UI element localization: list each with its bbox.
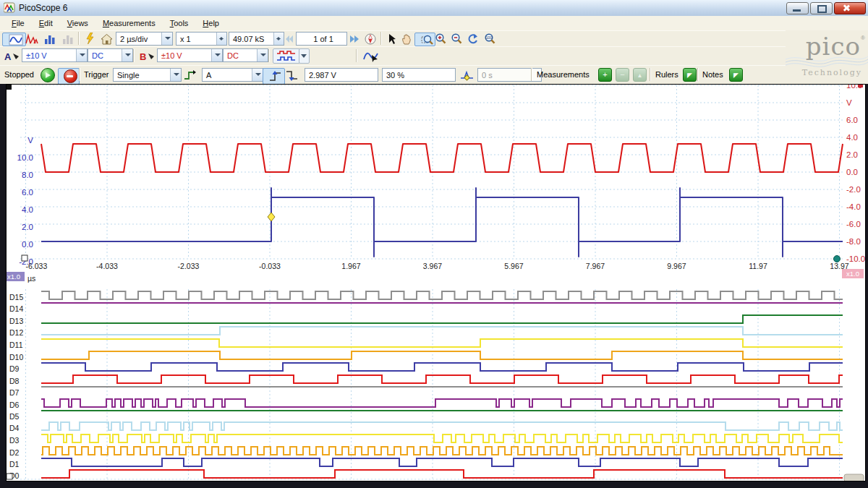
menu-measurements[interactable]: Measurements [95, 17, 163, 29]
zoom-100-button[interactable]: 100 [482, 31, 501, 46]
digital-channel-label-D2: D2 [9, 448, 20, 457]
scope-plot-area[interactable]: D15D14D13D12D11D10D9D8D7D6D5D4D3D2D1D0V1… [6, 84, 866, 481]
x-axis-tick-label: -2.033 [178, 262, 200, 270]
raise-measurements-button[interactable]: ▲ [633, 68, 647, 82]
channel-a-range-select[interactable]: ±10 V [22, 48, 88, 62]
sample-count-spinner[interactable]: 49.07 kS [229, 32, 284, 46]
channel-b-options-icon[interactable] [148, 53, 155, 60]
trigger-threshold-input[interactable]: 2.987 V [305, 68, 378, 82]
zoom-in-tool-button[interactable] [433, 31, 448, 46]
digital-inputs-dropdown[interactable] [299, 48, 310, 64]
digital-channel-label-D8: D8 [9, 377, 20, 385]
double-right-arrow-icon [349, 35, 359, 43]
trigger-source-select[interactable]: A [202, 68, 263, 82]
restore-button[interactable] [810, 2, 833, 14]
menu-help[interactable]: Help [195, 17, 226, 29]
go-button[interactable] [41, 68, 55, 82]
plus-icon: + [603, 70, 607, 79]
spectrum-view-icon [25, 33, 38, 45]
digital-channel-label-D5: D5 [9, 412, 20, 421]
right-axis-label: 0.0 [846, 168, 858, 176]
trigger-delay-button[interactable] [457, 67, 476, 83]
auto-setup-button[interactable] [81, 31, 98, 46]
x-axis-tick-label: 1.967 [341, 262, 360, 270]
buffer-previous-button[interactable] [284, 31, 295, 46]
measurements-label: Measurements [537, 70, 590, 79]
menu-views[interactable]: Views [60, 17, 95, 29]
pan-tool-button[interactable] [399, 31, 414, 46]
add-measurement-button[interactable]: + [598, 68, 612, 82]
channel-b-range-select[interactable]: ±10 V [157, 48, 223, 62]
channel-a-coupling-select[interactable]: DC [88, 48, 133, 62]
notes-button[interactable]: ◤ [729, 68, 743, 82]
close-button[interactable] [834, 2, 866, 14]
persistence-mode-icon [44, 33, 56, 45]
double-left-arrow-icon [285, 35, 294, 43]
trigger-mode-select[interactable]: Single [113, 68, 182, 82]
buffer-position-field[interactable]: 1 of 1 [296, 32, 347, 46]
zoom-out-tool-button[interactable] [448, 31, 464, 46]
persistence-options-button[interactable] [59, 31, 77, 46]
channel-b-coupling-select[interactable]: DC [223, 48, 268, 62]
spinner-arrows-icon[interactable] [273, 33, 284, 45]
chevron-down-icon[interactable] [252, 69, 263, 81]
chevron-down-icon[interactable] [257, 49, 268, 61]
minimize-button[interactable] [786, 2, 809, 14]
edge-trigger-icon [184, 69, 197, 81]
spectrum-view-button[interactable] [22, 31, 41, 46]
waveform-canvas[interactable]: D15D14D13D12D11D10D9D8D7D6D5D4D3D2D1D0V1… [6, 84, 866, 481]
home-icon [101, 33, 113, 45]
channel-b-range-value: ±10 V [161, 51, 194, 60]
menu-tools[interactable]: Tools [163, 17, 196, 29]
left-axis-label: 6.0 [22, 188, 33, 197]
buffer-navigator-button[interactable] [362, 31, 378, 46]
corner-tab[interactable] [844, 474, 864, 481]
digital-channel-label-D11: D11 [9, 341, 23, 349]
pre-trigger-input[interactable]: 30 % [382, 68, 456, 82]
remove-measurement-button[interactable]: − [616, 68, 629, 82]
stop-button[interactable] [58, 68, 80, 85]
filtered-waveform-icon [363, 50, 379, 63]
channel-a-range-value: ±10 V [26, 51, 59, 60]
panel-arrow-icon: ◤ [733, 72, 739, 79]
pointer-icon [386, 33, 396, 45]
channel-b-axis-handle[interactable] [22, 255, 27, 261]
spinner-arrows-icon[interactable] [216, 33, 226, 45]
buffer-next-button[interactable] [346, 31, 362, 46]
chevron-down-icon[interactable] [76, 49, 87, 61]
undo-zoom-button[interactable] [464, 31, 480, 46]
chevron-down-icon[interactable] [170, 69, 181, 81]
channel-a-options-icon[interactable] [12, 53, 20, 60]
chevron-down-icon[interactable] [211, 49, 222, 61]
rising-edge-button[interactable] [263, 68, 285, 85]
plot-corner-handle[interactable] [7, 85, 12, 90]
timebase-select[interactable]: 2 µs/div [116, 32, 173, 46]
chevron-down-icon[interactable] [161, 33, 172, 45]
lowpass-filter-button[interactable] [360, 48, 382, 64]
rulers-button[interactable]: ◤ [683, 68, 697, 82]
pointer-tool-button[interactable] [383, 31, 399, 46]
chevron-down-icon[interactable] [122, 49, 132, 61]
app-icon [4, 2, 15, 14]
menu-file[interactable]: File [4, 17, 32, 29]
home-settings-button[interactable] [98, 31, 115, 46]
trigger-level-dot[interactable] [834, 256, 841, 262]
channels-toolbar: A ±10 V DC B ±10 V DC [0, 46, 868, 66]
left-axis-label: 0.0 [22, 240, 33, 249]
digital-channel-label-D6: D6 [9, 401, 20, 409]
persistence-mode-button[interactable] [41, 31, 59, 46]
digital-axis-handle[interactable] [7, 474, 12, 479]
left-axis-label: 8.0 [22, 171, 33, 179]
advanced-trigger-button[interactable] [181, 67, 200, 83]
window-title: PicoScope 6 [19, 3, 67, 13]
digital-inputs-button[interactable] [273, 48, 300, 64]
digital-channel-label-D7: D7 [9, 388, 20, 397]
falling-edge-button[interactable] [283, 67, 302, 83]
zoom-factor-spinner[interactable]: x 1 [176, 32, 227, 46]
menu-edit[interactable]: Edit [32, 17, 60, 29]
x-axis-unit-label: µs [27, 274, 35, 283]
chevron-down-icon [301, 54, 307, 59]
undo-arrow-icon [467, 33, 478, 45]
trigger-delay-input[interactable]: 0 s [477, 68, 542, 82]
trigger-source-value: A [206, 71, 223, 80]
